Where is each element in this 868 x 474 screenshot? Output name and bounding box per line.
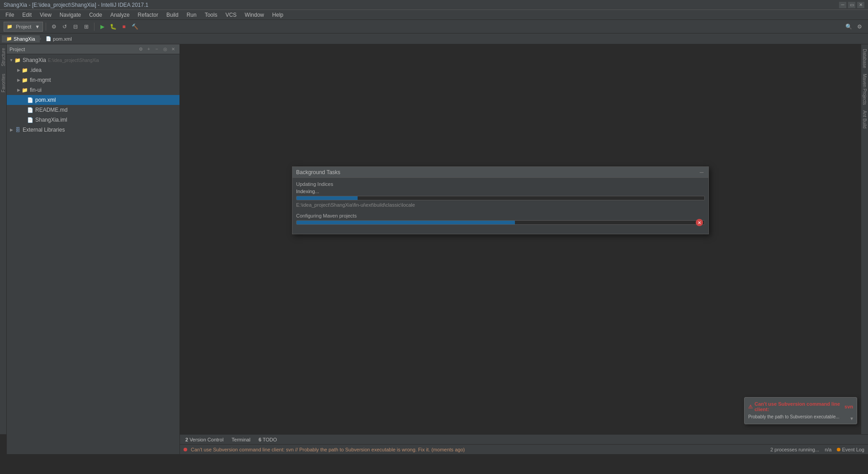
tree-row-idea[interactable]: ▶ 📁 .idea <box>7 65 179 75</box>
status-processes-text: 2 processes running... <box>770 447 819 452</box>
tree-btn-settings[interactable]: ⚙ <box>137 46 144 53</box>
menu-view[interactable]: View <box>36 11 55 19</box>
bottom-tab-todo[interactable]: 6 TODO <box>255 435 281 444</box>
tree-arrow-external: ▶ <box>9 128 14 132</box>
main-layout: Structure Favorites Project ⚙ + − ◎ ✕ ▼ … <box>0 44 868 454</box>
tree-arrow-idea: ▶ <box>16 68 21 72</box>
tree-row-iml[interactable]: ▶ 📄 ShangXia.iml <box>7 115 179 125</box>
title-bar: ShangXia - [E:\idea_project\ShangXia] - … <box>0 0 868 10</box>
nav-tab-shangxia-label: ShangXia <box>14 36 35 42</box>
task-2-progress-bar-container <box>296 220 705 225</box>
notif-expand-button[interactable]: ▼ <box>849 416 854 421</box>
terminal-tab-label: Terminal <box>231 437 250 442</box>
status-warning-message[interactable]: Can't use Subversion command line client… <box>191 447 465 452</box>
nav-tab-pomxml-icon: 📄 <box>46 36 51 41</box>
menu-vcs[interactable]: VCS <box>222 11 241 19</box>
menu-file[interactable]: File <box>2 11 18 19</box>
bottom-tab-terminal[interactable]: Terminal <box>228 435 254 444</box>
menu-analyze[interactable]: Analyze <box>107 11 133 19</box>
panel-tab-database[interactable]: Database <box>862 47 867 70</box>
toolbar-btn-expand[interactable]: ⊞ <box>81 22 91 32</box>
toolbar-separator-2 <box>94 23 94 31</box>
menu-code[interactable]: Code <box>85 11 106 19</box>
background-tasks-dialog: Background Tasks ─ Updating Indices Inde… <box>292 166 709 234</box>
toolbar-separator-1 <box>46 23 46 31</box>
menu-refactor[interactable]: Refactor <box>134 11 162 19</box>
bg-tasks-body: Updating Indices Indexing... E:\idea_pro… <box>292 178 708 234</box>
task-section-maven: Configuring Maven projects ✕ <box>296 213 705 225</box>
panel-tab-maven[interactable]: Maven Projects <box>862 72 867 107</box>
close-button[interactable]: ✕ <box>857 2 864 8</box>
tree-icon-pomxml: 📄 <box>27 96 34 104</box>
nav-tab-shangxia[interactable]: 📁 ShangXia <box>2 35 40 43</box>
tree-btn-collapse[interactable]: − <box>153 46 160 53</box>
tree-icon-fin-mgmt: 📁 <box>21 76 28 84</box>
tree-btn-expand[interactable]: + <box>145 46 152 53</box>
right-content-area: Background Tasks ─ Updating Indices Inde… <box>180 44 868 454</box>
restore-button[interactable]: ▭ <box>848 2 855 8</box>
toolbar-left-group: 📁 Project ▼ <box>4 22 43 32</box>
notification-bubble: ⚠ Can't use Subversion command line clie… <box>744 397 857 424</box>
menu-navigate[interactable]: Navigate <box>56 11 85 19</box>
panel-tab-favorites[interactable]: Favorites <box>0 70 7 96</box>
project-selector[interactable]: 📁 Project ▼ <box>4 22 43 32</box>
tree-btn-scroll[interactable]: ◎ <box>161 46 169 53</box>
tree-label-external: External Libraries <box>23 127 65 133</box>
bottom-tab-version-control[interactable]: 2 Version Control <box>182 435 227 444</box>
task-2-cancel-button[interactable]: ✕ <box>696 219 703 226</box>
tree-row-fin-mgmt[interactable]: ▶ 📁 fin-mgmt <box>7 75 179 85</box>
toolbar-btn-collapse[interactable]: ⊟ <box>71 22 80 32</box>
menu-run[interactable]: Run <box>183 11 200 19</box>
event-log-icon <box>837 448 840 451</box>
nav-tab-shangxia-icon: 📁 <box>6 36 12 41</box>
tree-row-readme[interactable]: ▶ 📄 README.md <box>7 105 179 115</box>
nav-tab-pomxml[interactable]: 📄 pom.xml <box>41 35 76 43</box>
menu-build[interactable]: Build <box>163 11 182 19</box>
tree-row-root[interactable]: ▼ 📁 ShangXia E:\idea_project\ShangXia <box>7 55 179 65</box>
tree-root-path: E:\idea_project\ShangXia <box>48 58 99 63</box>
status-event-log[interactable]: Event Log <box>837 447 864 452</box>
tree-row-external-libs[interactable]: ▶ 🗄 External Libraries <box>7 125 179 135</box>
tree-row-fin-ui[interactable]: ▶ 📁 fin-ui <box>7 85 179 95</box>
tree-icon-readme: 📄 <box>27 106 34 114</box>
bottom-tool-tabs: 2 Version Control Terminal 6 TODO <box>180 434 868 444</box>
tree-icon-root: 📁 <box>14 57 21 64</box>
tree-arrow-fin-mgmt: ▶ <box>16 78 21 82</box>
toolbar-btn-run[interactable]: ▶ <box>97 22 107 32</box>
nav-tab-pomxml-label: pom.xml <box>53 36 72 42</box>
status-warning-icon <box>184 448 187 451</box>
status-processes[interactable]: 2 processes running... <box>770 447 819 452</box>
task-1-subtitle: Indexing... <box>296 189 705 194</box>
notif-error-icon: ⚠ <box>748 404 753 410</box>
toolbar-btn-sync[interactable]: ↺ <box>60 22 70 32</box>
menu-tools[interactable]: Tools <box>201 11 221 19</box>
menu-edit[interactable]: Edit <box>19 11 35 19</box>
menu-window[interactable]: Window <box>241 11 268 19</box>
tree-icon-idea: 📁 <box>21 66 28 74</box>
event-log-label: Event Log <box>842 447 864 452</box>
toolbar-btn-search[interactable]: 🔍 <box>844 22 854 32</box>
bg-tasks-header[interactable]: Background Tasks ─ <box>292 167 708 178</box>
tree-icon-iml: 📄 <box>27 116 34 123</box>
task-1-section-title: Updating Indices <box>296 181 705 187</box>
toolbar-build-group: ▶ 🐛 ■ 🔨 <box>97 22 140 32</box>
tree-row-pomxml[interactable]: ▶ 📄 pom.xml <box>7 95 179 105</box>
tree-arrow-root: ▼ <box>9 58 14 62</box>
menu-help[interactable]: Help <box>269 11 287 19</box>
panel-tab-structure[interactable]: Structure <box>0 44 7 70</box>
bg-tasks-close-button[interactable]: ─ <box>698 169 705 175</box>
panel-tab-ant[interactable]: Ant Build <box>862 109 867 130</box>
toolbar-btn-debug[interactable]: 🐛 <box>108 22 118 32</box>
status-nla: n/a <box>825 447 831 452</box>
tree-label-pomxml: pom.xml <box>35 97 56 103</box>
toolbar: 📁 Project ▼ ⚙ ↺ ⊟ ⊞ ▶ 🐛 ■ 🔨 🔍 ⚙ <box>0 20 868 33</box>
toolbar-btn-stop[interactable]: ■ <box>119 22 129 32</box>
toolbar-btn-settings[interactable]: ⚙ <box>49 22 59 32</box>
tree-btn-hide[interactable]: ✕ <box>170 46 177 53</box>
toolbar-btn-build[interactable]: 🔨 <box>130 22 140 32</box>
toolbar-btn-settings2[interactable]: ⚙ <box>854 22 864 32</box>
task-1-progress-fill <box>297 196 358 200</box>
tree-header-icons: ⚙ + − ◎ ✕ <box>137 46 177 53</box>
minimize-button[interactable]: ─ <box>839 2 846 8</box>
notif-body: Probably the path to Subversion executab… <box>748 414 853 420</box>
